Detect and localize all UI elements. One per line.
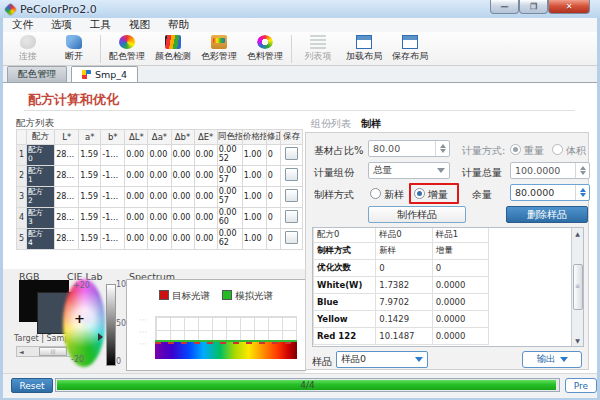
formula-col-header[interactable]: b*	[101, 130, 125, 145]
toolbar-button-color-detect[interactable]: 颜色检测	[150, 33, 196, 65]
save-checkbox[interactable]	[285, 147, 298, 160]
reset-button[interactable]: Reset	[11, 378, 53, 393]
weight-radio[interactable]: 重量	[510, 144, 544, 158]
formula-col-header[interactable]: 同色指	[217, 130, 242, 145]
formula-row[interactable]: 1配方028…1.59-1…0.000.000.000.000.00521.00…	[17, 145, 303, 166]
pre-button[interactable]: Pre	[565, 378, 597, 393]
formula-name[interactable]: 配方0	[27, 145, 55, 166]
save-checkbox[interactable]	[285, 210, 298, 223]
formula-cell: 0.00	[194, 229, 217, 250]
menu-item-工具[interactable]: 工具	[81, 18, 120, 32]
save-checkbox[interactable]	[285, 168, 298, 181]
toolbar-separator	[291, 35, 292, 63]
radio-icon[interactable]	[510, 144, 521, 155]
doc-tab-Smp_4[interactable]: Smp_4	[71, 66, 138, 82]
scroll-down-icon[interactable]: ▼	[575, 335, 580, 346]
measure-comp-dropdown[interactable]: 总量	[368, 162, 450, 179]
app-icon	[4, 3, 17, 16]
formula-row[interactable]: 3配方228…1.59-1…0.000.000.000.000.00571.00…	[17, 187, 303, 208]
formula-col-header[interactable]: a*	[79, 130, 101, 145]
tab-component-list[interactable]: 组份列表	[311, 117, 351, 131]
radio-icon[interactable]	[414, 188, 425, 199]
new-sample-radio[interactable]: 新样	[370, 188, 404, 202]
spinner-arrows-icon[interactable]	[575, 163, 589, 178]
formula-col-header[interactable]: 保存	[280, 130, 302, 145]
formula-name[interactable]: 配方4	[27, 229, 55, 250]
formula-col-header[interactable]: 价格指	[242, 130, 266, 145]
formula-col-header[interactable]: Δa*	[148, 130, 171, 145]
sample-row[interactable]: White(W)1.73820.0000	[314, 277, 489, 294]
sample-table-scrollbar[interactable]: ▲ ≡ ▼	[571, 228, 583, 346]
cielab-crosshair: +	[74, 311, 85, 326]
formula-col-header[interactable]: 修正次	[266, 130, 280, 145]
base-ratio-spinner[interactable]: 80.00	[368, 140, 450, 157]
scroll-left-icon[interactable]: ◄	[17, 348, 26, 355]
formula-row[interactable]: 4配方328…1.59-1…0.000.000.000.000.00601.00…	[17, 208, 303, 229]
toolbar-button-color-match[interactable]: 配色管理	[104, 33, 150, 65]
sample-col-header[interactable]: 样品1	[432, 228, 488, 243]
formula-name[interactable]: 配方2	[27, 187, 55, 208]
formula-cell: 0.00	[148, 166, 171, 187]
volume-radio[interactable]: 体积	[552, 144, 586, 158]
spinner-arrows-icon[interactable]	[435, 141, 449, 156]
save-cell	[280, 166, 302, 187]
sample-col-header[interactable]: 配方0	[314, 228, 376, 243]
formula-row[interactable]: 5配方428…1.59-1…0.000.000.000.000.00621.00…	[17, 229, 303, 250]
save-checkbox[interactable]	[285, 231, 298, 244]
output-button[interactable]: 输出	[522, 351, 582, 368]
lightness-bar[interactable]	[106, 284, 116, 366]
close-button[interactable]: ✕	[548, 0, 590, 14]
menu-item-视图[interactable]: 视图	[120, 18, 159, 32]
maximize-button[interactable]: ❐	[519, 0, 548, 14]
toolbar-button-label: 色料管理	[247, 50, 283, 63]
menu-item-选项[interactable]: 选项	[42, 18, 81, 32]
scroll-thumb[interactable]: |||	[39, 347, 67, 356]
formula-col-header[interactable]: L*	[55, 130, 79, 145]
menu-item-文件[interactable]: 文件	[3, 18, 42, 32]
formula-col-header[interactable]: Δb*	[171, 130, 194, 145]
formula-name[interactable]: 配方3	[27, 208, 55, 229]
formula-cell: 0	[266, 208, 280, 229]
formula-col-header[interactable]	[17, 130, 27, 145]
sample-row[interactable]: 制样方式新样增量	[314, 243, 489, 260]
make-sample-button[interactable]: 制作样品	[368, 206, 466, 223]
formula-name[interactable]: 配方1	[27, 166, 55, 187]
radio-icon[interactable]	[370, 188, 381, 199]
tab-make-sample[interactable]: 制样	[361, 117, 381, 131]
doc-tab-配色管理[interactable]: 配色管理	[7, 66, 67, 82]
save-checkbox[interactable]	[285, 189, 298, 202]
formula-col-header[interactable]: ΔL*	[125, 130, 148, 145]
formula-cell: 0.00	[125, 229, 148, 250]
toolbar-button-load-layout[interactable]: 加载布局	[341, 33, 387, 65]
delete-sample-button[interactable]: 删除样品	[506, 206, 588, 223]
remain-spinner[interactable]: 80.0000	[510, 184, 590, 201]
formula-row[interactable]: 2配方128…1.59-1…0.000.000.000.000.00571.00…	[17, 166, 303, 187]
spectrum-chart: 目标光谱 模拟光谱 ··· ··· ···	[126, 279, 306, 371]
toolbar-button-label: 加载布局	[346, 50, 382, 63]
radio-icon[interactable]	[552, 144, 563, 155]
sample-select-dropdown[interactable]: 样品0	[336, 351, 428, 368]
menu-bar: 文件选项工具视图帮助	[3, 18, 597, 33]
increment-radio[interactable]: 增量	[414, 188, 448, 202]
menu-item-帮助[interactable]: 帮助	[159, 18, 198, 32]
toolbar-button-color-manage[interactable]: 色彩管理	[196, 33, 242, 65]
measure-total-spinner[interactable]: 100.0000	[510, 162, 590, 179]
formula-col-header[interactable]: 配方	[27, 130, 55, 145]
scroll-up-icon[interactable]: ▲	[575, 228, 580, 239]
sample-row[interactable]: 优化次数00	[314, 260, 489, 277]
progress-bar: 4/4	[55, 378, 560, 392]
sample-col-header[interactable]: 样品0	[376, 228, 432, 243]
sample-row[interactable]: Red 12210.14870.0000	[314, 328, 489, 345]
formula-cell: 0	[266, 166, 280, 187]
sample-row[interactable]: Blue7.97020.0000	[314, 294, 489, 311]
sample-row[interactable]: Yellow0.14290.0000	[314, 311, 489, 328]
formula-col-header[interactable]: ΔE*	[194, 130, 217, 145]
minimize-button[interactable]: —	[490, 0, 519, 14]
connect-icon	[20, 35, 36, 49]
simulated-spectrum-swatch	[222, 290, 232, 300]
scroll-thumb[interactable]: ≡	[573, 264, 583, 310]
spinner-arrows-icon[interactable]	[575, 185, 589, 200]
toolbar-button-disconnect[interactable]: 断开	[51, 33, 97, 65]
toolbar-button-colorant-manage[interactable]: 色料管理	[242, 33, 288, 65]
toolbar-button-save-layout[interactable]: 保存布局	[387, 33, 433, 65]
